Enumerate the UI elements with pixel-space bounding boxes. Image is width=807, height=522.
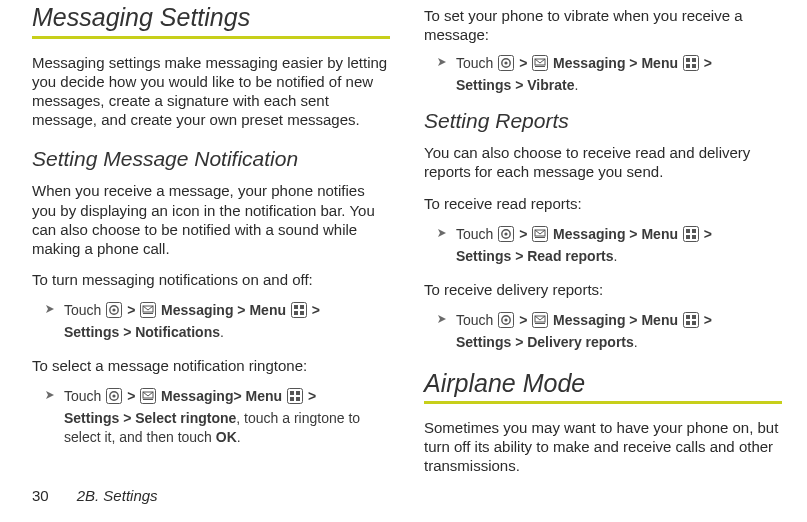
leaf-delivery-reports: Delivery reports: [527, 334, 634, 350]
gt: >: [312, 302, 320, 318]
messaging-label: Messaging: [161, 388, 233, 404]
menu-label: Menu: [249, 302, 286, 318]
launcher-icon: [498, 55, 514, 76]
step-content: Touch > Messaging > Menu > Settings > No…: [64, 301, 390, 342]
bullet-arrow-icon: [438, 315, 452, 323]
messaging-icon: [140, 388, 156, 409]
gt: >: [127, 302, 135, 318]
gt: >: [704, 312, 712, 328]
heading-airplane-mode: Airplane Mode: [424, 370, 782, 398]
settings-label: Settings: [64, 324, 119, 340]
gt: >: [629, 312, 637, 328]
gt: >: [629, 226, 637, 242]
gt: >: [704, 226, 712, 242]
step-notifications: Touch > Messaging > Menu > Settings > No…: [32, 301, 390, 342]
step-content: Touch > Messaging > Menu > Settings > Re…: [456, 225, 782, 266]
reports-intro: You can also choose to receive read and …: [424, 143, 782, 181]
dot: .: [634, 334, 638, 350]
lead-select-ringtone: To select a message notification rington…: [32, 356, 390, 375]
touch-label: Touch: [456, 312, 493, 328]
settings-label: Settings: [456, 334, 511, 350]
gt: >: [237, 302, 245, 318]
gt: >: [519, 312, 527, 328]
intro-text: Messaging settings make messaging easier…: [32, 53, 390, 130]
heading-messaging-settings: Messaging Settings: [32, 4, 390, 32]
settings-label: Settings: [64, 410, 119, 426]
launcher-icon: [106, 388, 122, 409]
left-column: Messaging Settings Messaging settings ma…: [32, 4, 390, 494]
gt: >: [519, 226, 527, 242]
menu-icon: [291, 302, 307, 323]
gt: >: [515, 77, 523, 93]
messaging-label: Messaging: [553, 226, 625, 242]
gt: >: [704, 55, 712, 71]
lead-vibrate: To set your phone to vibrate when you re…: [424, 6, 782, 44]
touch-label: Touch: [64, 388, 101, 404]
messaging-label: Messaging: [553, 55, 625, 71]
leaf-notifications: Notifications: [135, 324, 220, 340]
manual-page: Messaging Settings Messaging settings ma…: [0, 0, 807, 522]
lead-delivery-reports: To receive delivery reports:: [424, 280, 782, 299]
yellow-rule: [424, 401, 782, 404]
bullet-arrow-icon: [46, 305, 60, 313]
section-title: 2B. Settings: [77, 487, 158, 504]
gt: >: [515, 248, 523, 264]
touch-label: Touch: [456, 55, 493, 71]
step-content: Touch > Messaging> Menu > Settings > Sel…: [64, 387, 390, 447]
gt: >: [123, 410, 131, 426]
dot: .: [220, 324, 224, 340]
leaf-read-reports: Read reports: [527, 248, 613, 264]
airplane-intro: Sometimes you may want to have your phon…: [424, 418, 782, 476]
step-ringtone: Touch > Messaging> Menu > Settings > Sel…: [32, 387, 390, 447]
bullet-arrow-icon: [438, 229, 452, 237]
gt: >: [123, 324, 131, 340]
menu-icon: [683, 312, 699, 333]
lead-read-reports: To receive read reports:: [424, 194, 782, 213]
step-vibrate: Touch > Messaging > Menu > Settings > Vi…: [424, 54, 782, 95]
notif-intro: When you receive a message, your phone n…: [32, 181, 390, 258]
menu-icon: [683, 55, 699, 76]
bullet-arrow-icon: [438, 58, 452, 66]
gt: >: [308, 388, 316, 404]
messaging-label: Messaging: [553, 312, 625, 328]
messaging-icon: [532, 226, 548, 247]
launcher-icon: [498, 226, 514, 247]
settings-label: Settings: [456, 248, 511, 264]
menu-label: Menu: [641, 312, 678, 328]
dot: .: [574, 77, 578, 93]
step-content: Touch > Messaging > Menu > Settings > De…: [456, 311, 782, 352]
right-column: To set your phone to vibrate when you re…: [424, 4, 782, 494]
menu-label: Menu: [641, 55, 678, 71]
menu-label: Menu: [246, 388, 283, 404]
menu-icon: [683, 226, 699, 247]
launcher-icon: [106, 302, 122, 323]
yellow-rule: [32, 36, 390, 39]
messaging-icon: [532, 312, 548, 333]
dot: .: [614, 248, 618, 264]
step-delivery-reports: Touch > Messaging > Menu > Settings > De…: [424, 311, 782, 352]
dot: .: [237, 429, 241, 445]
messaging-icon: [140, 302, 156, 323]
touch-label: Touch: [456, 226, 493, 242]
step-content: Touch > Messaging > Menu > Settings > Vi…: [456, 54, 782, 95]
page-number: 30: [32, 487, 49, 504]
gt: >: [519, 55, 527, 71]
two-column-layout: Messaging Settings Messaging settings ma…: [32, 4, 782, 494]
heading-setting-message-notification: Setting Message Notification: [32, 147, 390, 171]
settings-label: Settings: [456, 77, 511, 93]
gt: >: [629, 55, 637, 71]
gt: >: [515, 334, 523, 350]
leaf-vibrate: Vibrate: [527, 77, 574, 93]
step-read-reports: Touch > Messaging > Menu > Settings > Re…: [424, 225, 782, 266]
heading-setting-reports: Setting Reports: [424, 109, 782, 133]
page-footer: 302B. Settings: [32, 487, 158, 504]
gt: >: [233, 388, 241, 404]
menu-label: Menu: [641, 226, 678, 242]
messaging-icon: [532, 55, 548, 76]
ok-label: OK: [216, 429, 237, 445]
gt: >: [127, 388, 135, 404]
menu-icon: [287, 388, 303, 409]
messaging-label: Messaging: [161, 302, 233, 318]
leaf-select-ringtone: Select ringtone: [135, 410, 236, 426]
launcher-icon: [498, 312, 514, 333]
